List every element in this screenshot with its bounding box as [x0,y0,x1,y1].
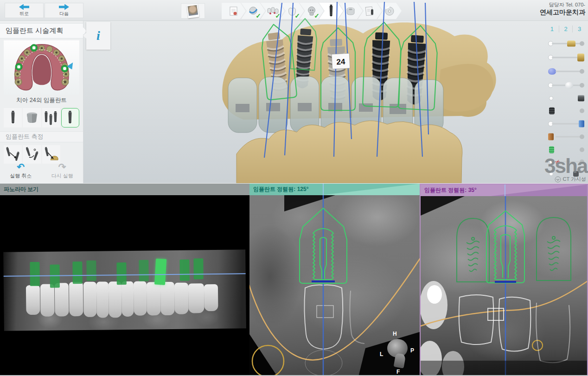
back-label: 뒤로 [19,11,29,17]
implant-icon [67,111,73,125]
slider-copper-cylinder[interactable] [548,132,584,141]
adjacent-implant-right [537,217,571,280]
green-implant-icon [549,147,554,153]
toggle-green-implant[interactable] [548,145,584,154]
left-sidebar: 임플란트 시술계획 [0,21,83,183]
implant-tools [4,108,79,127]
brand-watermark: 3shap [544,154,588,178]
undo-redo-row: ↶ 실행 취소 ↷ 다시 실행 [0,160,83,181]
tab-2[interactable]: 2 [559,25,573,32]
panorama-panel: 파노라마 보기 [0,184,249,376]
tool-selected-implant[interactable] [61,108,79,127]
cross2-canvas[interactable] [421,196,587,375]
slider-blue-cylinder[interactable] [548,119,584,128]
preview-caption: 치아 24의 임플란트 [0,95,83,105]
selected-implant-marker [154,259,166,285]
blue-tooth-handle [548,68,556,75]
axis-line [505,185,505,196]
cross2-overlay [421,196,587,375]
next-arrow-icon [59,4,69,10]
gold-post-handle [577,54,584,62]
arch-preview [4,40,79,95]
undo-button[interactable]: ↶ 실행 취소 [1,160,40,181]
slider-abutment-gold[interactable] [548,39,584,48]
page-title: 임플란트 시술계획 [0,23,83,38]
abutment-icon [25,112,39,124]
toggle-dark-implant[interactable] [548,106,584,115]
measure-section-title: 임플란트 측정 [0,131,83,142]
redo-button[interactable]: ↷ 다시 실행 [43,160,82,181]
tool-abutment[interactable] [23,108,41,127]
panorama-xray-strip [3,249,246,331]
slice-wedge [321,184,420,195]
cross1-header: 임플란트 정렬됨: 125° [249,184,420,195]
implant-studio-app: 뒤로 다음 ✓ ✓ ✓ [0,0,588,376]
white-tooth-handle [565,82,573,89]
adjacent-implant-left [457,218,489,282]
toggle-dark-cylinder[interactable] [548,94,584,103]
slider-tabs: 1 2 3 [545,25,586,32]
info-button[interactable]: i [86,22,110,50]
next-button[interactable]: 다음 [45,3,83,18]
nav-buttons: 뒤로 다음 [5,3,83,18]
orientation-head[interactable]: H P L F [380,331,417,375]
gold-abutment-handle [567,41,575,47]
axis-line [323,184,324,195]
cross2-header: 임플란트 정렬됨: 35° [421,185,587,196]
dark-implant-icon [549,108,555,115]
tool-implant-group[interactable] [42,108,60,127]
dark-cylinder-icon [578,96,584,102]
next-label: 다음 [59,11,69,17]
panorama-header: 파노라마 보기 [0,184,249,195]
tab-3[interactable]: 3 [573,25,586,32]
arch-preview-image [7,42,77,94]
redo-icon: ↷ [58,162,66,172]
implant-group-icon [44,110,58,125]
bottom-panels: 파노라마 보기 [0,183,588,376]
blue-cylinder-handle [579,121,584,127]
slider-blue-tooth[interactable] [548,67,584,76]
cross-section-panel-1: 임플란트 정렬됨: 125° [249,184,420,376]
implant-icon [10,111,16,125]
info-icon: i [96,28,100,43]
right-visibility-controls: 1 2 3 ✂ 3shap CT 가시성 [544,0,588,183]
tool-single-implant[interactable] [4,108,22,127]
cross-section-panel-2: 임플란트 정렬됨: 35° [420,184,588,376]
svg-text:24: 24 [336,57,345,66]
copper-cylinder-handle [548,134,554,140]
panorama-canvas[interactable] [0,195,249,376]
tooth-number-label: 24 [332,53,350,69]
cross1-canvas[interactable]: H P L F [249,195,420,376]
back-button[interactable]: 뒤로 [5,3,44,18]
slider-gold-post[interactable] [548,53,584,62]
3d-viewport-canvas[interactable]: 24 [83,0,588,183]
undo-icon: ↶ [17,162,25,172]
slider-white-tooth[interactable] [548,81,584,90]
tab-1[interactable]: 1 [545,25,559,32]
teeth-outlines [459,295,570,363]
back-arrow-icon [19,4,29,10]
